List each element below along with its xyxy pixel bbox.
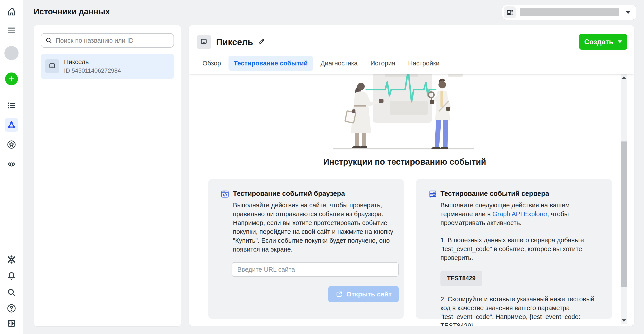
browser-events-card: Тестирование событий браузера Выполняйте… — [208, 179, 404, 319]
instructions-heading: Инструкции по тестированию событий — [189, 157, 620, 167]
scroll-up-arrow-icon[interactable] — [622, 76, 626, 79]
sources-search — [40, 33, 174, 48]
rail-divider — [6, 248, 17, 248]
tab-history[interactable]: История — [365, 56, 400, 71]
data-sources-icon[interactable] — [5, 118, 18, 132]
pixel-title: Пиксель — [216, 37, 253, 47]
search-icon[interactable] — [6, 288, 16, 297]
business-icon — [504, 7, 516, 18]
help-icon[interactable] — [6, 303, 16, 313]
create-plus-button[interactable] — [5, 73, 18, 85]
search-icon — [45, 37, 52, 44]
open-site-button[interactable]: Открыть сайт — [328, 286, 399, 302]
external-link-icon — [335, 290, 343, 298]
pixel-content-scroll: Инструкции по тестированию событий Тести… — [189, 74, 634, 326]
business-name-redacted — [520, 9, 619, 16]
event-testing-illustration — [328, 74, 482, 150]
tab-overview[interactable]: Обзор — [197, 56, 226, 71]
create-button[interactable]: Создать — [579, 34, 627, 50]
server-icon — [428, 190, 437, 199]
test-event-code: TEST8429 — [440, 271, 482, 286]
tab-settings[interactable]: Настройки — [403, 56, 445, 71]
source-item-pixel[interactable]: Пиксель ID 545011406272984 — [40, 54, 174, 79]
chevron-down-icon — [626, 11, 631, 14]
server-events-card: Тестирование событий сервера Выполните с… — [416, 179, 612, 319]
laptop-icon — [197, 35, 211, 49]
browser-card-body: Выполняйте действия на сайте, чтобы пров… — [233, 201, 394, 254]
page-title: Источники данных — [34, 7, 110, 16]
favorites-star-icon[interactable] — [6, 140, 16, 149]
laptop-icon — [45, 59, 59, 73]
notifications-bell-icon[interactable] — [6, 271, 16, 281]
home-icon[interactable] — [6, 7, 16, 17]
server-card-intro: Выполните следующие действия на вашем те… — [440, 201, 603, 227]
tab-diagnostics[interactable]: Диагностика — [315, 56, 363, 71]
events-list-icon[interactable] — [6, 101, 16, 110]
browser-code-icon — [220, 190, 230, 199]
site-url-input[interactable] — [232, 262, 399, 277]
collapse-panel-icon[interactable] — [6, 318, 16, 328]
open-site-label: Открыть сайт — [346, 290, 392, 298]
server-step-2: 2. Скопируйте и вставьте указанный ниже … — [440, 295, 603, 326]
settings-gear-icon[interactable] — [6, 255, 16, 264]
events-manager-screen: Источники данных Пиксель ID 545011406272… — [0, 0, 644, 334]
scroll-down-arrow-icon[interactable] — [622, 319, 626, 322]
scrollbar[interactable] — [620, 74, 627, 324]
search-input[interactable] — [56, 37, 170, 44]
business-selector[interactable] — [502, 5, 636, 20]
source-item-title: Пиксель — [64, 58, 121, 66]
pixel-header: Пиксель Обзор Тестирование событий Диагн… — [189, 25, 634, 74]
source-item-id: ID 545011406272984 — [64, 67, 121, 74]
nav-rail — [0, 0, 23, 334]
server-step-1: 1. В полезных данных вашего сервера доба… — [440, 236, 603, 262]
edit-pencil-icon[interactable] — [258, 38, 265, 46]
menu-icon[interactable] — [6, 25, 16, 35]
graph-api-explorer-link[interactable]: Graph API Explorer — [492, 210, 547, 218]
scrollbar-thumb[interactable] — [621, 141, 627, 287]
sources-panel: Пиксель ID 545011406272984 — [34, 25, 181, 326]
pixel-tabs: Обзор Тестирование событий Диагностика И… — [197, 56, 445, 71]
pixel-detail-panel: Пиксель Обзор Тестирование событий Диагн… — [189, 25, 634, 326]
create-button-label: Создать — [584, 38, 613, 46]
tab-event-testing[interactable]: Тестирование событий — [228, 56, 313, 71]
server-card-title: Тестирование событий сервера — [440, 190, 549, 198]
partners-handshake-icon[interactable] — [6, 159, 16, 169]
avatar[interactable] — [4, 46, 18, 60]
chevron-down-icon — [618, 41, 622, 43]
browser-card-title: Тестирование событий браузера — [233, 190, 345, 198]
